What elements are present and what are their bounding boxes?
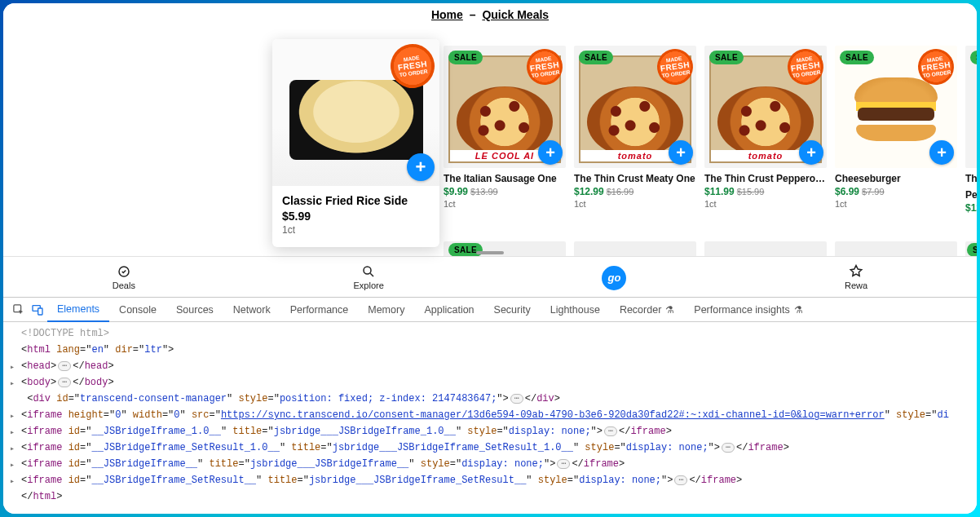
elements-tree[interactable]: <!DOCTYPE html> <html lang="en" dir="ltr… [3,322,977,514]
dom-node[interactable]: ▸<iframe id="__JSBridgeIframe__" title="… [10,456,970,472]
flask-icon: ⚗ [665,304,674,316]
tab-memory[interactable]: Memory [358,298,414,321]
device-toggle-icon[interactable] [28,300,47,320]
product-old-price: $15.99 [737,187,765,197]
product-title: The Thin Crust Meaty One [574,173,696,184]
tab-elements[interactable]: Elements [47,298,109,322]
drag-handle[interactable] [476,251,504,254]
tab-network[interactable]: Network [223,298,280,321]
carousel-row-2-peek: SALE SALE [444,241,977,258]
sale-badge: SALE [448,243,483,257]
rewards-icon [848,263,864,280]
tab-security[interactable]: Security [484,298,541,321]
go-icon: go [602,266,626,290]
nav-label: Explore [354,281,384,290]
tab-perf-insights[interactable]: Performance insights⚗ [684,298,812,321]
expand-icon[interactable]: ▸ [10,474,15,490]
sale-badge: SALE [579,51,613,64]
featured-thumb: MADEFRESHTO ORDER + [272,39,439,186]
add-to-cart-button[interactable]: + [669,140,693,165]
product-card-cut[interactable]: SALE The Pep $12 1ct [965,46,977,217]
dom-node[interactable]: ▸<iframe height="0" width="0" src="https… [10,407,970,423]
ellipsis-icon[interactable]: ⋯ [510,394,523,404]
product-card[interactable]: tomato SALE MADEFRESHTO ORDER + The Thin… [574,46,696,217]
tab-sources[interactable]: Sources [166,298,223,321]
product-title: The Thin Crust Pepperoni One [704,173,827,184]
featured-card[interactable]: MADEFRESHTO ORDER + Classic Fried Rice S… [272,39,439,247]
tab-performance[interactable]: Performance [280,298,359,321]
dom-node[interactable]: ▸<iframe id="__JSBridgeIframe_SetResult_… [10,472,970,488]
dom-node[interactable]: <html lang="en" dir="ltr"> [10,342,970,358]
featured-unit: 1ct [282,224,430,236]
devtools-panel: Elements Console Sources Network Perform… [3,297,977,514]
tab-application[interactable]: Application [414,298,483,321]
ellipsis-icon[interactable]: ⋯ [58,361,71,371]
expand-icon[interactable]: ▸ [10,360,15,376]
flask-icon: ⚗ [794,304,803,316]
dom-node[interactable]: ▸<head>⋯</head> [10,358,970,374]
product-title: Pep [965,189,977,201]
sale-badge: SALE [709,51,744,64]
nav-rewards[interactable]: Rewa [845,263,867,290]
sale-badge: SALE [970,51,977,64]
svg-point-1 [364,267,371,274]
product-price: $9.99 [444,186,468,197]
sale-badge: SALE [967,243,977,257]
product-price: $12.99 [574,186,604,197]
ellipsis-icon[interactable]: ⋯ [604,426,617,436]
product-price: $6.99 [835,186,859,197]
iframe-src-link[interactable]: https://sync.transcend.io/consent-manage… [221,409,885,421]
product-title: The [965,173,977,184]
add-to-cart-button[interactable]: + [799,140,823,165]
sale-badge: SALE [840,51,874,64]
product-unit: 1ct [444,199,566,209]
dom-node[interactable]: <div id="transcend-consent-manager" styl… [10,391,970,407]
expand-icon[interactable]: ▸ [10,409,15,425]
breadcrumb-separator: – [470,8,476,21]
nav-deals[interactable]: Deals [113,263,135,290]
product-price: $12 [965,202,977,214]
product-carousel[interactable]: LE COOL AI SALE MADEFRESHTO ORDER + The … [444,46,977,217]
product-unit: 1ct [835,199,957,209]
product-price: $11.99 [704,186,735,197]
shopping-app: Home – Quick Meals MADEFRESHTO ORDER + C… [3,3,977,297]
product-title: The Italian Sausage One [444,173,566,184]
product-unit: 1ct [574,199,696,209]
featured-title: Classic Fried Rice Side [282,194,430,207]
food-image [854,77,938,141]
expand-icon[interactable]: ▸ [10,441,15,457]
tab-console[interactable]: Console [109,298,166,321]
expand-icon[interactable]: ▸ [10,425,15,441]
add-to-cart-button[interactable]: + [538,140,563,165]
product-card[interactable]: tomato SALE MADEFRESHTO ORDER + The Thin… [704,46,827,217]
dom-node[interactable]: </html> [10,488,970,505]
ellipsis-icon[interactable]: ⋯ [722,443,735,453]
app-frame: Home – Quick Meals MADEFRESHTO ORDER + C… [3,3,977,514]
ellipsis-icon[interactable]: ⋯ [58,378,71,387]
dom-node[interactable]: ▸<iframe id="__JSBridgeIframe_1.0__" tit… [10,423,970,440]
product-title: Cheeseburger [835,173,957,184]
expand-icon[interactable]: ▸ [10,376,15,392]
inspect-icon[interactable] [8,300,28,320]
breadcrumb: Home – Quick Meals [3,3,977,24]
add-to-cart-button[interactable]: + [929,140,954,165]
tab-lighthouse[interactable]: Lighthouse [541,298,610,321]
nav-explore[interactable]: Explore [354,263,384,290]
food-image [289,80,423,159]
breadcrumb-home[interactable]: Home [431,8,463,21]
search-icon [360,263,377,280]
dom-node[interactable]: ▸<iframe id="__JSBridgeIframe_SetResult_… [10,440,970,456]
ellipsis-icon[interactable]: ⋯ [557,459,570,469]
expand-icon[interactable]: ▸ [10,457,15,474]
featured-price: $5.99 [282,210,430,223]
product-old-price: $7.99 [862,187,885,197]
tab-recorder[interactable]: Recorder⚗ [610,298,684,321]
product-unit: 1ct [965,215,977,217]
product-card[interactable]: SALE MADEFRESHTO ORDER + Cheeseburger $6… [835,46,957,217]
breadcrumb-current[interactable]: Quick Meals [482,8,549,21]
ellipsis-icon[interactable]: ⋯ [674,475,687,485]
dom-node[interactable]: ▸<body>⋯</body> [10,374,970,391]
nav-go[interactable]: go [602,266,626,289]
add-to-cart-button[interactable]: + [407,153,435,181]
product-card[interactable]: LE COOL AI SALE MADEFRESHTO ORDER + The … [444,46,566,217]
